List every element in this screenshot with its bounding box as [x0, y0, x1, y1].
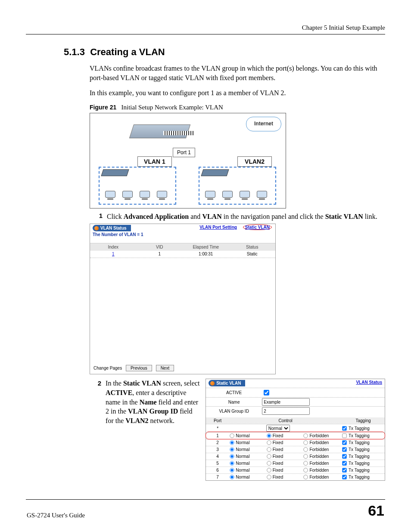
step-1: 1 Click Advanced Application and VLAN in… — [90, 212, 385, 221]
opt-normal: Normal — [236, 454, 249, 459]
opt-forbidden: Forbidden — [309, 468, 329, 473]
internet-cloud: Internet — [246, 117, 281, 131]
port-star: * — [206, 426, 229, 431]
static-vlan-link[interactable]: Static VLAN — [243, 224, 272, 230]
opt-normal: Normal — [236, 461, 249, 466]
static-vlan-panel: Static VLAN VLAN Status ACTIVE Name VLAN… — [206, 379, 385, 481]
control-select[interactable]: Normal — [266, 425, 290, 432]
elapsed-cell: 1:00:31 — [183, 252, 229, 256]
port-table-header: Port Control Tagging — [206, 417, 385, 424]
fixed-radio[interactable] — [267, 468, 271, 473]
table-row: 1 1 1:00:31 Static — [90, 251, 275, 257]
vlan-port-setting-link[interactable]: VLAN Port Setting — [199, 225, 237, 230]
fixed-radio[interactable] — [267, 475, 271, 479]
normal-radio[interactable] — [230, 475, 234, 479]
vlan-status-link[interactable]: VLAN Status — [356, 380, 382, 385]
figure-label: Figure 21 — [90, 104, 116, 111]
tx-tagging-checkbox[interactable] — [342, 434, 346, 438]
opt-normal: Normal — [236, 468, 249, 473]
mini-switch-icon — [101, 169, 129, 176]
vid-cell: 1 — [137, 252, 183, 256]
fixed-radio[interactable] — [267, 441, 271, 445]
step-text: In the Static VLAN screen, select ACTIVE… — [106, 379, 206, 481]
pc-icon — [256, 191, 268, 202]
panel-title: VLAN Status — [93, 225, 131, 231]
fixed-radio[interactable] — [267, 461, 271, 466]
tx-tagging-label: Tx Tagging — [349, 454, 370, 459]
port-row: 4NormalFixedForbiddenTx Tagging — [206, 453, 385, 460]
tx-tagging-checkbox[interactable] — [342, 441, 346, 445]
normal-radio[interactable] — [230, 461, 234, 466]
col-elapsed: Elapsed Time — [183, 245, 229, 249]
port-number: 2 — [206, 440, 229, 445]
section-heading: 5.1.3 Creating a VLAN — [64, 47, 385, 58]
tx-tagging-label: Tx Tagging — [349, 461, 370, 466]
tx-tagging-checkbox[interactable] — [342, 454, 346, 459]
forbidden-radio[interactable] — [304, 454, 308, 459]
col-port: Port — [206, 418, 229, 423]
step-number: 1 — [90, 212, 107, 219]
forbidden-radio[interactable] — [304, 448, 308, 452]
tx-tagging-checkbox[interactable] — [342, 448, 346, 452]
tx-tagging-checkbox[interactable] — [342, 475, 346, 479]
chapter-header: Chapter 5 Initial Setup Example — [26, 24, 385, 31]
table-header: Index VID Elapsed Time Status — [90, 243, 275, 251]
pc-icon — [122, 191, 133, 202]
fixed-radio[interactable] — [267, 454, 271, 459]
vlan-status-panel: VLAN Status VLAN Port Setting Static VLA… — [90, 224, 276, 374]
pager: Change Pages Previous Next — [93, 365, 174, 371]
header-rule — [26, 34, 385, 34]
pc-icon — [222, 191, 233, 202]
tx-tagging-label: Tx Tagging — [349, 433, 370, 438]
opt-forbidden: Forbidden — [309, 461, 329, 466]
opt-fixed: Fixed — [273, 447, 283, 452]
tx-tagging-label: Tx Tagging — [349, 426, 370, 431]
normal-radio[interactable] — [230, 448, 234, 452]
pc-icon — [105, 191, 116, 202]
col-tagging: Tagging — [342, 418, 385, 423]
normal-radio[interactable] — [230, 434, 234, 438]
opt-fixed: Fixed — [273, 433, 283, 438]
active-label: ACTIVE — [206, 390, 262, 395]
previous-button[interactable]: Previous — [126, 365, 152, 371]
normal-radio[interactable] — [230, 468, 234, 473]
active-checkbox[interactable] — [264, 390, 269, 395]
section-paragraph-1: VLANs confine broadcast frames to the VL… — [90, 64, 385, 82]
forbidden-radio[interactable] — [304, 475, 308, 479]
port-number: 6 — [206, 468, 229, 473]
figure-caption: Figure 21 Initial Setup Network Example:… — [90, 104, 385, 111]
fixed-radio[interactable] — [267, 448, 271, 452]
next-button[interactable]: Next — [156, 365, 174, 371]
forbidden-radio[interactable] — [304, 461, 308, 466]
tx-tagging-label: Tx Tagging — [349, 475, 370, 479]
index-link[interactable]: 1 — [112, 252, 115, 256]
normal-radio[interactable] — [230, 454, 234, 459]
tx-tagging-checkbox[interactable] — [342, 468, 346, 473]
opt-normal: Normal — [236, 475, 249, 479]
name-input[interactable] — [262, 398, 310, 406]
page-footer: GS-2724 User's Guide 61 — [26, 499, 385, 519]
forbidden-radio[interactable] — [304, 434, 308, 438]
opt-fixed: Fixed — [273, 468, 283, 473]
vlan1-label: VLAN 1 — [137, 156, 172, 167]
vlan-group-id-label: VLAN Group ID — [206, 409, 262, 414]
tx-tagging-label: Tx Tagging — [349, 468, 370, 473]
normal-radio[interactable] — [230, 441, 234, 445]
footer-guide: GS-2724 User's Guide — [27, 512, 85, 519]
opt-fixed: Fixed — [273, 440, 283, 445]
fixed-radio[interactable] — [267, 434, 271, 438]
step-number: 2 — [90, 379, 106, 481]
forbidden-radio[interactable] — [304, 468, 308, 473]
pager-label: Change Pages — [93, 366, 122, 370]
tx-tagging-checkbox[interactable] — [342, 461, 346, 466]
port-row: 6NormalFixedForbiddenTx Tagging — [206, 467, 385, 473]
port-number: 3 — [206, 447, 229, 452]
pc-icon — [139, 191, 150, 202]
col-index: Index — [90, 245, 137, 249]
vlan-group-id-input[interactable] — [262, 407, 310, 415]
port-row: 2NormalFixedForbiddenTx Tagging — [206, 439, 385, 446]
opt-normal: Normal — [236, 440, 249, 445]
col-status: Status — [229, 245, 276, 249]
tx-tagging-checkbox[interactable] — [342, 426, 346, 430]
forbidden-radio[interactable] — [304, 441, 308, 445]
